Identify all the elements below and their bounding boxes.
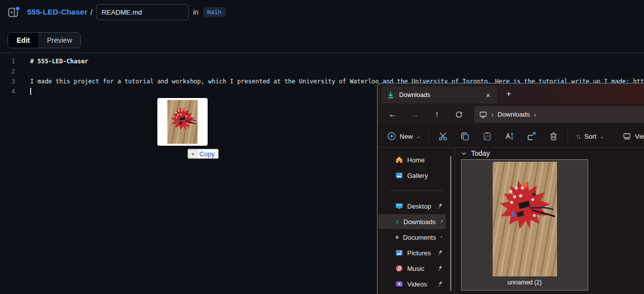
group-label: Today bbox=[471, 149, 490, 157]
new-tab-button[interactable]: + bbox=[503, 88, 514, 100]
screen: 555-LED-Chaser / in main Edit Preview 1 … bbox=[0, 0, 644, 294]
in-label: in bbox=[193, 8, 199, 16]
path-separator: / bbox=[90, 8, 93, 17]
file-thumbnail bbox=[493, 162, 557, 276]
this-pc-icon bbox=[479, 111, 487, 119]
share-button[interactable] bbox=[520, 128, 542, 145]
sidebar-divider bbox=[390, 190, 444, 191]
sidebar-label: Gallery bbox=[407, 172, 428, 179]
sidebar-toggle-icon[interactable] bbox=[7, 6, 20, 19]
tab-close-button[interactable]: × bbox=[482, 89, 494, 101]
paste-icon bbox=[482, 131, 492, 141]
new-button[interactable]: New ⌄ bbox=[383, 128, 425, 145]
sidebar-item-documents[interactable]: Documents bbox=[379, 230, 446, 245]
chevron-right-icon: › bbox=[534, 111, 536, 119]
sidebar-label: Desktop bbox=[407, 203, 431, 210]
filename-input[interactable] bbox=[96, 4, 189, 20]
github-file-header: 555-LED-Chaser / in main bbox=[0, 0, 644, 24]
music-icon bbox=[395, 264, 403, 272]
editor-line: 1 # 555-LED-Chaser bbox=[0, 56, 644, 66]
red-maple-leaf-pcb-image bbox=[494, 179, 555, 235]
sidebar-item-videos[interactable]: Videos bbox=[379, 276, 446, 291]
drag-copy-badge: + Copy bbox=[188, 149, 219, 159]
plus-icon: + bbox=[189, 150, 197, 158]
sidebar-item-gallery[interactable]: Gallery bbox=[379, 168, 446, 183]
chevron-right-icon: › bbox=[491, 111, 494, 119]
rename-button[interactable] bbox=[498, 128, 520, 145]
download-icon bbox=[395, 218, 399, 226]
pin-icon bbox=[437, 250, 443, 256]
view-icon bbox=[622, 132, 631, 141]
breadcrumb[interactable]: Downloads bbox=[498, 111, 530, 118]
tab-edit[interactable]: Edit bbox=[8, 33, 38, 48]
sort-button[interactable]: ↑↓ Sort ⌄ bbox=[571, 128, 609, 145]
chevron-down-icon: ⌄ bbox=[416, 133, 421, 140]
sidebar-scrollbar[interactable] bbox=[450, 156, 451, 291]
delete-button[interactable] bbox=[542, 128, 565, 145]
toolbar-divider bbox=[568, 130, 568, 142]
editor-line: 2 bbox=[0, 66, 644, 76]
explorer-sidebar: Home Gallery bbox=[378, 148, 454, 294]
documents-icon bbox=[395, 233, 399, 241]
pin-icon bbox=[437, 281, 443, 287]
forward-button[interactable]: → bbox=[404, 106, 426, 124]
copy-label: Copy bbox=[197, 150, 218, 158]
tab-title: Downloads bbox=[399, 91, 430, 99]
sort-icon: ↑↓ bbox=[576, 132, 580, 140]
refresh-button[interactable] bbox=[448, 106, 470, 124]
pin-icon bbox=[440, 219, 443, 225]
copy-icon bbox=[460, 131, 470, 141]
explorer-tab-downloads[interactable]: Downloads × bbox=[382, 86, 497, 104]
view-label: View bbox=[635, 133, 644, 140]
copy-button[interactable] bbox=[454, 128, 476, 145]
repo-link[interactable]: 555-LED-Chaser bbox=[27, 8, 87, 17]
dragged-image-thumbnail bbox=[167, 100, 198, 144]
sidebar-label: Documents bbox=[403, 234, 436, 241]
desktop-icon bbox=[395, 202, 403, 210]
cut-button[interactable] bbox=[432, 128, 454, 145]
view-button[interactable]: View bbox=[618, 128, 644, 145]
explorer-body: Home Gallery bbox=[378, 148, 644, 294]
tab-preview[interactable]: Preview bbox=[38, 33, 80, 48]
chevron-down-icon bbox=[461, 151, 467, 156]
new-label: New bbox=[400, 133, 413, 140]
download-icon bbox=[387, 91, 395, 99]
pin-icon bbox=[437, 203, 443, 209]
sidebar-item-downloads[interactable]: Downloads bbox=[379, 214, 446, 229]
explorer-navbar: ← → ↑ › Downloads › bbox=[378, 104, 644, 125]
sidebar-item-music[interactable]: Music bbox=[379, 261, 446, 276]
up-button[interactable]: ↑ bbox=[426, 106, 448, 124]
file-item-selected[interactable]: unnamed (2) bbox=[461, 159, 588, 290]
sidebar-label: Home bbox=[407, 156, 425, 164]
pin-icon bbox=[440, 234, 443, 240]
paste-button[interactable] bbox=[476, 128, 498, 145]
branch-badge: main bbox=[203, 7, 226, 17]
line-number: 3 bbox=[0, 78, 15, 85]
back-button[interactable]: ← bbox=[382, 106, 404, 124]
chevron-down-icon: ⌄ bbox=[600, 133, 604, 140]
rename-icon bbox=[504, 131, 514, 141]
line-number: 2 bbox=[0, 68, 15, 75]
red-maple-leaf-pcb-image bbox=[168, 107, 197, 133]
line-number: 4 bbox=[0, 88, 15, 95]
sidebar-item-home[interactable]: Home bbox=[379, 152, 446, 167]
edit-preview-tabs: Edit Preview bbox=[8, 32, 81, 48]
file-explorer-window: Downloads × + ← → ↑ › Downloads › bbox=[377, 83, 644, 294]
drag-preview-card bbox=[157, 98, 208, 146]
sidebar-label: Videos bbox=[407, 280, 427, 288]
sidebar-item-desktop[interactable]: Desktop bbox=[379, 199, 446, 214]
home-icon bbox=[395, 156, 403, 164]
explorer-toolbar: New ⌄ bbox=[378, 125, 644, 148]
text-caret bbox=[30, 88, 31, 95]
explorer-titlebar[interactable]: Downloads × + bbox=[378, 83, 644, 104]
explorer-content: Today unnamed (2) bbox=[454, 148, 644, 294]
pin-icon bbox=[437, 265, 443, 271]
sidebar-item-pictures[interactable]: Pictures bbox=[379, 245, 446, 260]
address-bar[interactable]: › Downloads › bbox=[474, 106, 644, 123]
sidebar-label: Downloads bbox=[403, 218, 435, 226]
trash-icon bbox=[548, 131, 559, 141]
sidebar-label: Music bbox=[407, 265, 424, 272]
toolbar-divider bbox=[428, 130, 429, 142]
file-name: unnamed (2) bbox=[507, 279, 541, 286]
group-header-today[interactable]: Today bbox=[461, 149, 644, 158]
